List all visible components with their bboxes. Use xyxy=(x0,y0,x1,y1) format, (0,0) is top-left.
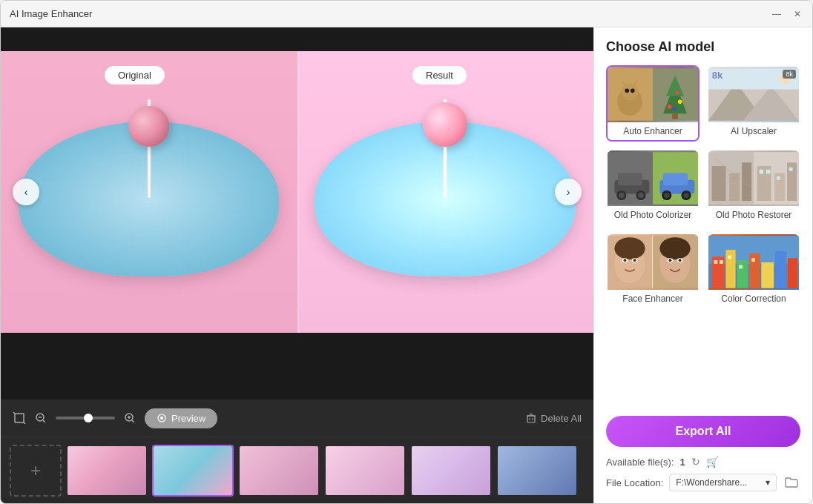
svg-rect-65 xyxy=(789,168,793,171)
svg-rect-0 xyxy=(15,414,24,422)
zoom-thumb xyxy=(84,414,93,422)
export-all-button[interactable]: Export All xyxy=(606,416,800,447)
split-view: Original Result xyxy=(1,51,593,333)
model-grid: Auto Enhancer 8k xyxy=(606,65,800,309)
add-image-button[interactable]: + xyxy=(10,445,62,497)
svg-point-20 xyxy=(622,84,639,101)
model-label-color-correction: Color Correction xyxy=(708,290,799,308)
svg-text:8k: 8k xyxy=(712,70,723,81)
svg-rect-89 xyxy=(788,258,797,288)
model-card-auto-enhancer[interactable]: Auto Enhancer xyxy=(606,65,700,142)
zoom-slider-container xyxy=(56,417,115,420)
available-files-count: 1 xyxy=(680,457,685,468)
svg-point-72 xyxy=(633,259,636,262)
model-card-color-correction[interactable]: Color Correction xyxy=(707,233,800,309)
svg-point-23 xyxy=(625,89,629,93)
model-label-auto-enhancer: Auto Enhancer xyxy=(608,122,698,140)
svg-line-2 xyxy=(24,422,25,424)
file-location-label: File Location: xyxy=(606,477,663,488)
file-path-value: F:\Wondershare... xyxy=(676,477,747,488)
thumbnail-3[interactable] xyxy=(238,445,320,497)
delete-all-container[interactable]: Delete All xyxy=(526,413,582,424)
toolbar-left: Preview xyxy=(13,408,217,428)
svg-point-78 xyxy=(669,259,672,262)
model-label-face-enhancer: Face Enhancer xyxy=(608,290,698,308)
main-content: Original Result xyxy=(1,27,812,503)
original-label: Original xyxy=(105,66,165,84)
zoom-out-icon[interactable] xyxy=(35,412,47,424)
thumbnail-strip: + xyxy=(1,437,593,503)
image-viewer-panel: Original Result xyxy=(1,27,593,503)
zoom-in-icon[interactable] xyxy=(124,412,136,424)
svg-point-68 xyxy=(614,237,645,259)
thumbnail-4[interactable] xyxy=(324,445,406,497)
svg-rect-63 xyxy=(766,170,771,174)
svg-point-70 xyxy=(624,259,627,262)
thumbnail-2[interactable] xyxy=(152,445,234,497)
panel-title: Choose AI model xyxy=(606,39,800,55)
window-controls: — ✕ xyxy=(771,8,803,20)
svg-point-29 xyxy=(678,100,682,105)
model-label-old-colorizer: Old Photo Colorizer xyxy=(608,206,698,224)
svg-rect-27 xyxy=(672,113,678,119)
file-location-row: File Location: F:\Wondershare... ▾ xyxy=(606,474,800,491)
model-thumb-ai-upscaler: 8k 8k xyxy=(708,67,799,122)
svg-point-31 xyxy=(676,91,679,95)
prev-arrow[interactable]: ‹ xyxy=(13,179,39,205)
svg-rect-91 xyxy=(720,260,723,264)
model-label-ai-upscaler: AI Upscaler xyxy=(708,122,799,140)
minimize-button[interactable]: — xyxy=(771,8,783,20)
delete-all-label: Delete All xyxy=(541,413,582,424)
ai-model-panel: Choose AI model xyxy=(593,27,812,503)
next-arrow[interactable]: › xyxy=(555,179,582,205)
model-card-face-enhancer[interactable]: Face Enhancer xyxy=(606,233,700,309)
thumbnail-5[interactable] xyxy=(410,445,492,497)
svg-rect-88 xyxy=(775,251,786,288)
svg-line-1 xyxy=(13,412,15,414)
titlebar: AI Image Enhancer — ✕ xyxy=(1,1,812,27)
zoom-slider[interactable] xyxy=(56,417,115,420)
model-thumb-auto-enhancer xyxy=(608,67,698,122)
result-label: Result xyxy=(412,66,467,84)
preview-button[interactable]: Preview xyxy=(145,408,217,428)
svg-rect-40 xyxy=(618,173,642,185)
thumbnail-1[interactable] xyxy=(66,445,148,497)
folder-icon[interactable] xyxy=(783,474,800,491)
result-image xyxy=(297,51,594,333)
svg-rect-94 xyxy=(751,258,755,262)
ball-right xyxy=(423,102,467,147)
svg-point-44 xyxy=(638,193,644,199)
svg-point-80 xyxy=(679,259,682,262)
svg-line-9 xyxy=(132,420,134,422)
svg-rect-85 xyxy=(737,260,748,288)
model-thumb-face-enhancer xyxy=(608,234,698,290)
upscale-badge: 8k xyxy=(783,70,796,79)
cart-icon[interactable]: 🛒 xyxy=(706,456,719,468)
model-card-old-colorizer[interactable]: Old Photo Colorizer xyxy=(606,149,700,225)
top-letterbox xyxy=(1,27,593,51)
thumbnail-6[interactable] xyxy=(496,445,578,497)
svg-rect-93 xyxy=(739,265,743,269)
svg-rect-62 xyxy=(760,170,764,174)
svg-point-49 xyxy=(664,193,670,199)
viewer-toolbar: Preview Delete All xyxy=(1,399,593,437)
app-window: AI Image Enhancer — ✕ Original Result xyxy=(0,0,813,504)
svg-point-30 xyxy=(673,107,677,110)
available-files-label: Available file(s): xyxy=(606,457,674,468)
refresh-icon[interactable]: ↻ xyxy=(691,456,700,468)
svg-point-24 xyxy=(631,89,635,93)
file-path-select[interactable]: F:\Wondershare... ▾ xyxy=(669,474,777,491)
app-title: AI Image Enhancer xyxy=(10,8,92,19)
close-button[interactable]: ✕ xyxy=(791,8,803,20)
chevron-down-icon: ▾ xyxy=(766,477,770,488)
export-section: Export All Available file(s): 1 ↻ 🛒 File… xyxy=(606,407,800,491)
svg-point-76 xyxy=(659,237,690,259)
crop-icon[interactable] xyxy=(13,411,26,425)
split-divider xyxy=(297,51,299,333)
bottom-letterbox xyxy=(1,333,593,399)
svg-rect-12 xyxy=(527,416,535,422)
svg-point-51 xyxy=(683,193,689,199)
model-card-ai-upscaler[interactable]: 8k 8k AI Upscaler xyxy=(707,65,800,142)
model-card-old-restorer[interactable]: Old Photo Restorer xyxy=(707,149,800,225)
svg-rect-64 xyxy=(777,176,780,180)
